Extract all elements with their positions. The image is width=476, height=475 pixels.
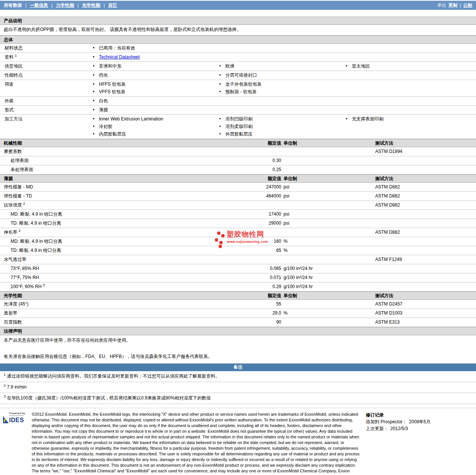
- footnote-text: 通过这些链接您能够访问供应商资料。我们尽量保证及时更新资料；不过您可以从供应商处…: [7, 373, 220, 379]
- general-column: •溶剂凹版印刷•溶剂柔版印刷•外层胶黏层压: [219, 116, 346, 137]
- property-unit: psi: [281, 193, 373, 199]
- bullet-list-item: •外层胶黏层压: [219, 131, 346, 137]
- bullet-icon: •: [93, 82, 99, 87]
- bullet-list-item: •Technical Datasheet: [93, 54, 219, 60]
- bullet-list-item: •HFFS 软包装: [93, 82, 219, 87]
- general-row: 资料 1•Technical Datasheet: [0, 53, 476, 62]
- unit-english-current: 英制: [448, 3, 458, 8]
- bullet-list-item: •已商用：当前有效: [93, 45, 219, 51]
- property-unit: [281, 202, 373, 208]
- footnote-number: 2: [4, 384, 6, 387]
- nav-tab-1[interactable]: 一般信息: [30, 3, 48, 8]
- property-row: 未处理表面0.25: [0, 165, 476, 174]
- general-label: 材料状态: [0, 45, 93, 51]
- property-value: 0.30: [223, 158, 281, 163]
- bullet-list-item: •溶剂凹版印刷: [219, 116, 346, 122]
- property-row: 弹性模量 - MD247000psiASTM D882: [0, 183, 476, 192]
- ides-logo-text: IDES: [9, 417, 24, 423]
- property-label: 伸长率 2: [0, 230, 223, 235]
- bullet-item-text: 冷封胶: [99, 124, 112, 130]
- bullet-icon: •: [93, 124, 99, 130]
- bullet-icon: •: [219, 63, 225, 69]
- nav-tab-3[interactable]: 光学性能: [82, 3, 100, 8]
- bullet-item-text: 欧洲: [225, 63, 234, 69]
- property-label: 光泽度 (45°): [0, 301, 223, 307]
- revision-added-label: 添加到 Prospector：: [366, 419, 407, 424]
- bullet-item-text: 亚太地区: [352, 63, 370, 69]
- property-row: 光泽度 (45°)55ASTM D2457: [0, 300, 476, 309]
- general-column: •无支撑表面印刷: [346, 116, 476, 122]
- test-method: [373, 239, 476, 244]
- general-column: •盒子外包装软包装•预制袋 - 软包装: [219, 82, 346, 95]
- separator: |: [25, 3, 26, 8]
- nav-tab-2[interactable]: 力学性能: [56, 3, 74, 8]
- bullet-list-item: •非洲和中东: [93, 63, 219, 69]
- general-row: 形式•薄膜: [0, 106, 476, 115]
- property-value: 55: [223, 301, 281, 307]
- bullet-list-item: •冷封胶: [93, 124, 219, 130]
- property-label: 水气透过率: [0, 257, 223, 262]
- general-columns: •薄膜: [93, 107, 476, 113]
- property-value: 29000: [223, 221, 281, 226]
- nav-tabs: 所有数据|一般信息|力学性能|光学性能|其它: [4, 3, 117, 8]
- bullet-list-item: •薄膜: [93, 107, 219, 113]
- footnote-ref: 3: [43, 283, 45, 287]
- property-tables: 机械性能额定值单位制测试方法摩擦系数ASTM D1894处理表面0.30未处理表…: [0, 139, 476, 327]
- property-value: 0.29: [223, 284, 281, 290]
- bullet-item-text: 预制袋 - 软包装: [225, 89, 257, 95]
- general-label: 形式: [0, 107, 93, 113]
- property-unit: [281, 319, 373, 325]
- property-row: 抗张强度 2ASTM D882: [0, 201, 476, 210]
- property-value: [223, 202, 281, 208]
- separator: |: [103, 3, 105, 8]
- general-label: 性能特点: [0, 72, 93, 78]
- bullet-icon: •: [93, 63, 99, 69]
- property-section-title: 机械性能: [0, 140, 223, 146]
- ides-logo[interactable]: Powered by IDES: [3, 412, 28, 475]
- column-header-value: 额定值: [223, 140, 281, 146]
- test-method: [373, 275, 476, 281]
- property-value: 90: [223, 319, 281, 325]
- revision-updated-label: 上次更新：: [366, 426, 388, 431]
- bullet-icon: •: [93, 72, 99, 78]
- general-label: 加工方法: [0, 116, 93, 137]
- revision-record: 修订记录 添加到 Prospector：2008年5月 上次更新：2012/5/…: [366, 412, 473, 475]
- legal-notice: 本产品无意在医疗应用中使用，亦不应在任何此类应用中使用。 有关潜在食品接触应用合…: [0, 335, 476, 364]
- property-row: 100°F, 90% RH 30.29g/100 in²/24 hr: [0, 282, 476, 291]
- property-section-title: 薄膜: [0, 176, 223, 182]
- property-row: TD: 断裂, 4.9 in 钳口分离29000psi: [0, 219, 476, 228]
- ides-logo-row: IDES: [3, 416, 28, 423]
- property-value: 0.25: [223, 167, 281, 173]
- property-unit: [281, 257, 373, 262]
- property-label: 处理表面: [0, 158, 223, 163]
- footnote-row: 3 在华氏100度（摄氏38度）/100%相对湿度下测试，然后将结果乘以0.9来…: [0, 393, 476, 404]
- property-label: 摩擦系数: [0, 149, 223, 154]
- bullet-list-item: •VFFS 软包装: [93, 89, 219, 95]
- test-method: ASTM D2457: [373, 301, 476, 307]
- property-value: [223, 149, 281, 154]
- property-label: 弹性模量 - TD: [0, 193, 223, 199]
- nav-tab-0[interactable]: 所有数据: [4, 3, 22, 8]
- property-unit: [281, 167, 373, 173]
- technical-datasheet-link[interactable]: Technical Datasheet: [99, 54, 140, 60]
- general-columns: •Technical Datasheet: [93, 54, 476, 60]
- property-unit: psi: [281, 211, 373, 217]
- footnote-ref: 1: [15, 54, 17, 57]
- column-header-value: 额定值: [223, 176, 281, 182]
- bullet-list-item: •预制袋 - 软包装: [219, 89, 346, 95]
- datasheet-page: 所有数据|一般信息|力学性能|光学性能|其它 单位 英制 | 公制 产品说明 超…: [0, 1, 476, 475]
- unit-metric-link[interactable]: 公制: [463, 3, 472, 8]
- bullet-list-item: •亚太地区: [346, 63, 476, 69]
- column-header-method: 测试方法: [373, 293, 476, 299]
- general-column: •亚太地区: [346, 63, 476, 69]
- property-label: 77°F, 75% RH: [0, 275, 223, 281]
- general-label: 供货地区: [0, 63, 93, 69]
- revision-header: 修订记录: [366, 412, 473, 418]
- general-row: 加工方法•Inner Web Extrusion Lamination•冷封胶•…: [0, 115, 476, 139]
- property-unit: %: [281, 310, 373, 316]
- nav-tab-4[interactable]: 其它: [108, 3, 117, 8]
- bullet-list-item: •白色: [93, 98, 219, 104]
- property-unit: [281, 230, 373, 235]
- bullet-item-text: 薄膜: [99, 107, 108, 113]
- property-value: 160: [223, 239, 281, 244]
